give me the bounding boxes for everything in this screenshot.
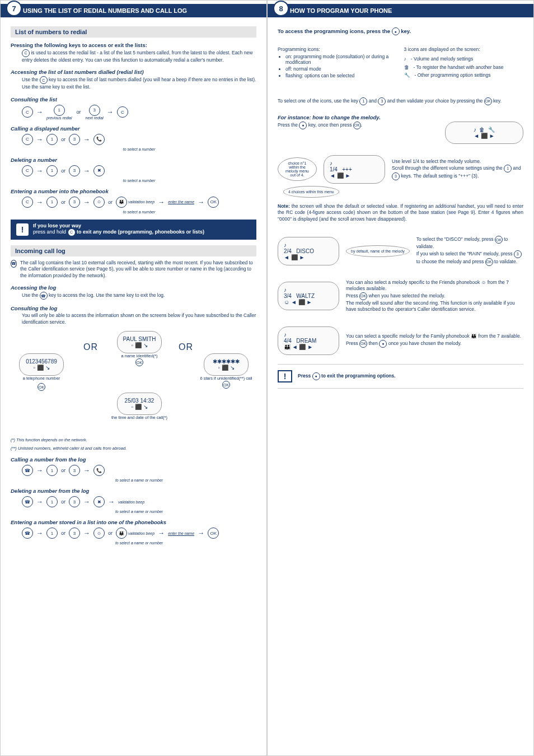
- key-1: 1: [46, 197, 58, 208]
- screen-number: 0123456789▫ ⬛ ↘: [19, 353, 64, 376]
- or-label: OR: [179, 342, 193, 352]
- text-access-redial: Use the C key to access the list of last…: [22, 76, 256, 90]
- note-text: Note: the screen will show the default o…: [278, 203, 523, 222]
- warning-icon: !: [16, 223, 29, 236]
- text-call-log-desc: ☎ The call log contains the last 10 exte…: [11, 260, 256, 279]
- heading-access-keys: Pressing the following keys to access or…: [11, 42, 256, 48]
- list-prog-modes: on: programming mode (consultation) or d…: [285, 54, 397, 78]
- c-key-icon: C: [22, 134, 33, 145]
- warning-exit: ! Press ● to exit the programming option…: [278, 364, 523, 389]
- heading-delete-from-log: Deleting a number from the log: [11, 488, 256, 494]
- key-3: 3: [69, 496, 80, 507]
- key-1: 1: [46, 165, 58, 176]
- text-accessing-log: Use the ☎ key to access the log. Use the…: [22, 292, 256, 300]
- text-press-melody: Press the ● key, once then press OK.: [278, 122, 438, 129]
- key-3: 3: [89, 105, 100, 116]
- screen-disco: ♪2/4 DISCO◄ ⬛ ►: [278, 237, 339, 265]
- heading-call-from-log: Calling a number from the log: [11, 456, 256, 463]
- text-redial-desc: C is used to access the redial list - a …: [22, 49, 256, 63]
- caption-stars: 6 stars if unidentified(**) call: [195, 376, 257, 381]
- seq-delete-from-log: ☎→ 1or3 →✖→ validation beep: [22, 496, 256, 507]
- screen-icons: ♪ 🗑 🔧 ◄ ⬛ ►: [445, 122, 523, 144]
- log-key-icon: ☎: [11, 260, 17, 268]
- handset-icon: 🗑: [404, 64, 409, 71]
- heading-change-melody: For instance: how to change the melody.: [278, 114, 523, 120]
- warning-icon: !: [278, 370, 292, 382]
- ok-key-icon: OK: [353, 122, 361, 129]
- seq-enter-phonebook: C→ 1or3 →☺ or👪 validation beep→ enter th…: [22, 197, 256, 208]
- text-volume: Use level 1/4 to select the melody volum…: [392, 158, 523, 180]
- family-icon: 👪: [116, 197, 127, 208]
- c-key-icon: C: [68, 228, 76, 236]
- footnote-2: (**) Unlisted numbers, withheld caller i…: [11, 446, 256, 451]
- heading-enter-phonebook: Entering a number into the phonebook: [11, 188, 256, 194]
- page-number-right: 8: [273, 1, 289, 16]
- title-bar-left: USING THE LIST OF REDIAL NUMBERS AND CAL…: [1, 4, 266, 17]
- ok-key-icon: OK: [208, 197, 219, 208]
- section-redial-list: List of numbers to redial: [11, 26, 256, 38]
- section-incoming-log: Incoming call log: [11, 245, 256, 256]
- key-1: 1: [359, 97, 367, 105]
- heading-delete-number: Deleting a number: [11, 157, 256, 163]
- c-key-icon: C: [40, 76, 48, 84]
- seq-call-from-log: ☎→ 1or3 →📞: [22, 465, 256, 476]
- ok-key-icon: OK: [359, 340, 367, 348]
- key-1: 1: [54, 105, 65, 116]
- key-1: 1: [46, 134, 58, 145]
- delete-key-icon: ✖: [93, 165, 105, 176]
- c-key-icon: C: [117, 106, 128, 118]
- ok-key-icon: OK: [484, 97, 492, 105]
- key-3: 3: [392, 172, 400, 180]
- heading-enter-from-log: Entering a number stored in a list into …: [11, 519, 256, 525]
- text-disco: To select the "DISCO" melody, press OK t…: [416, 236, 523, 265]
- prog-key-icon: ●: [299, 122, 307, 129]
- key-3: 3: [69, 197, 80, 208]
- caption-name: a name identified(*): [106, 353, 173, 358]
- log-key-icon: ☎: [40, 292, 48, 300]
- note-icon: ♪: [404, 56, 406, 62]
- seq-call-displayed: C→ 1or3 →📞: [22, 134, 256, 145]
- screen-name: PAUL SMITH▫ ⬛ ↘: [117, 331, 162, 353]
- bubble-4-choices: 4 choices within this menu: [283, 186, 339, 198]
- key-3: 3: [69, 465, 80, 476]
- ok-key-icon: OK: [38, 383, 45, 391]
- c-key-icon: C: [22, 197, 33, 208]
- label-prog-icons: Programming icons:: [278, 46, 397, 53]
- heading-access-redial: Accessing the list of last numbers diall…: [11, 69, 256, 75]
- heading-accessing-log: Accessing the log: [11, 284, 256, 291]
- key-3: 3: [69, 134, 80, 145]
- warning-lose-way: ! If you lose your way press and hold C …: [11, 220, 256, 240]
- screen-friends: ♪3/4 WALTZ☺ ◄ ⬛ ►: [278, 282, 339, 310]
- icon-legend: ♪- Volume and melody settings 🗑- To regi…: [404, 56, 524, 78]
- label-select-name: to select a name or number: [22, 478, 256, 482]
- wrench-icon: 🔧: [404, 72, 410, 78]
- friends-icon: ☺: [93, 197, 105, 208]
- title-bar-right: HOW TO PROGRAM YOUR PHONE: [268, 4, 533, 17]
- page-left: 7 USING THE LIST OF REDIAL NUMBERS AND C…: [0, 0, 267, 756]
- log-key-icon: ☎: [22, 528, 33, 539]
- prog-key-icon: ●: [379, 340, 387, 348]
- key-1: 1: [46, 496, 58, 507]
- key-1: 1: [46, 465, 58, 476]
- page-number-left: 7: [6, 1, 22, 16]
- prog-key-icon: ●: [392, 27, 400, 35]
- label-3-icons: 3 icons are displayed on the screen:: [404, 46, 524, 53]
- footnote-1: (*) This function depends on the network…: [11, 437, 256, 442]
- key-3: 3: [378, 97, 386, 105]
- prog-key-icon: ●: [312, 372, 320, 380]
- c-key-icon: C: [22, 49, 30, 57]
- ok-key-icon: OK: [495, 236, 503, 244]
- text-friends: You can also select a melody specific to…: [346, 279, 523, 313]
- key-3: 3: [69, 165, 80, 176]
- ok-key-icon: OK: [222, 381, 230, 389]
- caption-telephone: a telephone number: [11, 376, 72, 381]
- ok-key-icon: OK: [208, 528, 219, 539]
- dial-key-icon: 📞: [93, 134, 105, 145]
- dial-key-icon: 📞: [93, 465, 105, 476]
- screen-time: 25/03 14:32▫ ⬛ ↘: [117, 393, 162, 415]
- or-label: OR: [83, 342, 98, 352]
- c-key-icon: C: [22, 165, 33, 176]
- screen-family: ♪4/4 DREAM👪 ◄ ⬛ ►: [278, 326, 339, 355]
- page-right: 8 HOW TO PROGRAM YOUR PHONE To access th…: [267, 0, 534, 756]
- label-select-name: to select a name or number: [22, 510, 256, 514]
